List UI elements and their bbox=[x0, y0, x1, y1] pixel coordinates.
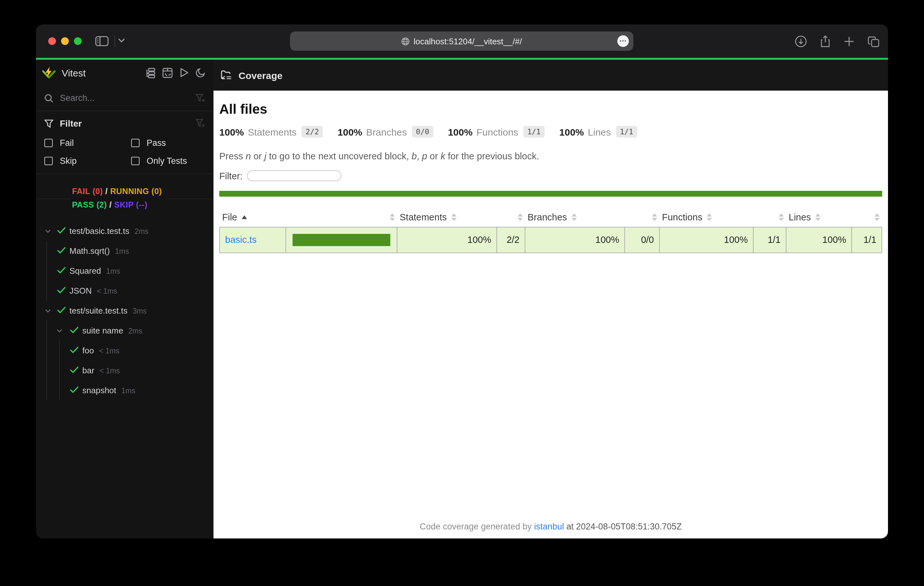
vitest-sidebar: Vitest bbox=[36, 60, 213, 538]
fraction-badge: 1/1 bbox=[523, 126, 544, 138]
chevron-down-icon[interactable] bbox=[45, 229, 51, 233]
coverage-report-icon bbox=[221, 70, 232, 81]
sort-branches-header[interactable]: Branches bbox=[525, 207, 625, 227]
run-status-summary: FAIL (0) / RUNNING (0) PASS (2) / SKIP (… bbox=[36, 185, 213, 212]
pass-check-icon bbox=[70, 326, 78, 334]
sorter-icon[interactable] bbox=[778, 213, 784, 221]
new-tab-icon[interactable] bbox=[844, 35, 855, 48]
clear-filter-icon[interactable] bbox=[195, 119, 205, 128]
checkbox-box[interactable] bbox=[45, 139, 53, 147]
chevron-down-icon[interactable] bbox=[45, 309, 51, 313]
checkbox-box[interactable] bbox=[131, 139, 140, 147]
functions-frac-cell: 1/1 bbox=[753, 227, 786, 252]
sort-statements-abs-header[interactable] bbox=[497, 207, 525, 227]
downloads-icon[interactable] bbox=[795, 35, 807, 48]
run-all-icon[interactable] bbox=[180, 67, 189, 78]
test-duration: 1ms bbox=[122, 387, 135, 394]
fraction-badge: 0/0 bbox=[412, 126, 433, 138]
tree-row-test[interactable]: snapshot 1ms bbox=[36, 380, 213, 400]
keyboard-hint: Press n or j to go to the next uncovered… bbox=[219, 151, 882, 161]
chevron-down-icon[interactable] bbox=[56, 329, 63, 333]
sort-file-header[interactable]: File bbox=[219, 207, 286, 227]
sort-functions-abs-header[interactable] bbox=[753, 207, 786, 227]
sort-lines-abs-header[interactable] bbox=[851, 207, 882, 227]
checkbox-box[interactable] bbox=[131, 157, 140, 165]
browser-titlebar: localhost:51204/__vitest__/#/ ⋯ bbox=[36, 25, 888, 58]
checkbox-label: Fail bbox=[60, 138, 74, 148]
close-button[interactable] bbox=[48, 37, 56, 45]
tree-row-test[interactable]: JSON < 1ms bbox=[36, 281, 213, 301]
sorter-icon[interactable] bbox=[572, 213, 577, 221]
coverage-heading: All files bbox=[219, 102, 882, 117]
pass-check-icon bbox=[57, 247, 66, 254]
tree-row-test[interactable]: Math.sqrt() 1ms bbox=[36, 241, 213, 261]
sorter-icon[interactable] bbox=[874, 213, 879, 221]
sorter-icon[interactable] bbox=[389, 213, 394, 221]
tree-row-test[interactable]: Squared 1ms bbox=[36, 261, 213, 281]
pass-check-icon bbox=[70, 386, 78, 393]
tree-row-suite[interactable]: suite name 2ms bbox=[36, 321, 213, 341]
test-label: suite name bbox=[82, 326, 123, 336]
checkbox-label: Pass bbox=[147, 138, 166, 148]
coverage-status-line bbox=[219, 191, 882, 197]
file-cell: basic.ts bbox=[219, 227, 286, 252]
test-duration: 3ms bbox=[133, 307, 147, 314]
checkbox-label: Skip bbox=[60, 156, 77, 166]
zoom-button[interactable] bbox=[74, 37, 82, 45]
sorter-icon[interactable] bbox=[517, 213, 523, 221]
tree-view-icon[interactable] bbox=[145, 67, 156, 78]
clear-search-filter-icon[interactable] bbox=[195, 94, 205, 102]
test-tree: test/basic.test.ts 2ms Math.sqrt() 1ms S… bbox=[36, 221, 213, 400]
share-icon[interactable] bbox=[820, 35, 831, 48]
chevron-down-icon[interactable] bbox=[118, 39, 125, 43]
test-duration: < 1ms bbox=[97, 287, 117, 295]
dark-mode-icon[interactable] bbox=[195, 67, 206, 78]
tree-row-file[interactable]: test/basic.test.ts 2ms bbox=[36, 221, 213, 241]
sort-functions-header[interactable]: Functions bbox=[659, 207, 753, 227]
tab-overview-icon[interactable] bbox=[868, 35, 879, 48]
test-label: bar bbox=[82, 365, 94, 375]
pass-check-icon bbox=[70, 346, 78, 353]
tree-row-file[interactable]: test/suite.test.ts 3ms bbox=[36, 301, 213, 321]
minimize-button[interactable] bbox=[61, 37, 69, 45]
test-duration: 1ms bbox=[115, 247, 129, 255]
checkbox-skip[interactable]: Skip bbox=[45, 156, 131, 166]
sidebar-toggle-icon[interactable] bbox=[95, 36, 109, 46]
istanbul-link[interactable]: istanbul bbox=[534, 522, 564, 532]
pass-check-icon bbox=[57, 286, 66, 294]
sort-statements-header[interactable]: Statements bbox=[397, 207, 497, 227]
filter-section: Filter Fail bbox=[36, 111, 213, 174]
sorter-icon[interactable] bbox=[652, 213, 657, 221]
sort-lines-header[interactable]: Lines bbox=[786, 207, 851, 227]
tree-row-test[interactable]: foo < 1ms bbox=[36, 341, 213, 360]
functions-pct-cell: 100% bbox=[659, 227, 753, 252]
pass-check-icon bbox=[57, 227, 66, 234]
checkbox-pass[interactable]: Pass bbox=[131, 138, 205, 148]
page-settings-button[interactable]: ⋯ bbox=[617, 35, 629, 47]
checkbox-only-tests[interactable]: Only Tests bbox=[131, 156, 205, 166]
test-label: snapshot bbox=[82, 385, 116, 395]
checkbox-box[interactable] bbox=[45, 157, 53, 165]
tree-row-test[interactable]: bar < 1ms bbox=[36, 360, 213, 380]
dashboard-icon[interactable] bbox=[162, 67, 173, 78]
coverage-bar-cell bbox=[286, 227, 397, 252]
address-bar[interactable]: localhost:51204/__vitest__/#/ ⋯ bbox=[290, 31, 634, 51]
summary-branches: 100% Branches 0/0 bbox=[338, 126, 433, 138]
sidebar-header: Vitest bbox=[36, 60, 213, 86]
sorter-icon[interactable] bbox=[707, 213, 712, 221]
browser-window: localhost:51204/__vitest__/#/ ⋯ bbox=[36, 25, 888, 538]
coverage-table: File Statements Branches Functions Lines bbox=[219, 207, 882, 253]
sorter-icon[interactable] bbox=[815, 213, 820, 221]
globe-icon bbox=[401, 37, 410, 45]
test-duration: < 1ms bbox=[100, 367, 120, 374]
sort-bar-header[interactable] bbox=[286, 207, 397, 227]
checkbox-fail[interactable]: Fail bbox=[45, 138, 131, 148]
running-count: RUNNING (0) bbox=[110, 187, 162, 196]
skip-count: SKIP (--) bbox=[114, 201, 148, 209]
sorter-icon[interactable] bbox=[451, 213, 457, 221]
file-link[interactable]: basic.ts bbox=[225, 235, 257, 245]
search-bar[interactable]: Search... bbox=[36, 86, 213, 111]
sort-branches-abs-header[interactable] bbox=[625, 207, 659, 227]
test-label: foo bbox=[82, 346, 94, 356]
coverage-filter-input[interactable] bbox=[247, 170, 342, 181]
